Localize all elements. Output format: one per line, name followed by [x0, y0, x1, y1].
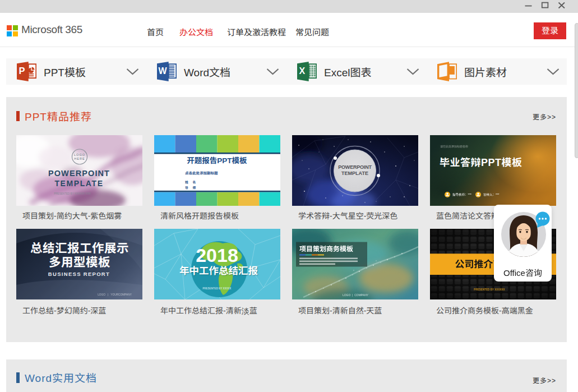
svg-text:HERE: HERE — [74, 157, 85, 160]
svg-text:PRESENTED BY KXXXXX XXX: PRESENTED BY KXXXXX XXX — [54, 192, 91, 195]
svg-text:答辩人：***: 答辩人：*** — [483, 193, 500, 196]
svg-text:毕业答辩PPT模板: 毕业答辩PPT模板 — [440, 157, 522, 168]
svg-text:TEMPLATE: TEMPLATE — [54, 179, 103, 188]
svg-text:指导教师：***: 指导教师：*** — [452, 193, 472, 196]
svg-text:姓 名: 姓 名 — [185, 181, 197, 184]
svg-text:多用型模板: 多用型模板 — [49, 256, 110, 269]
svg-text:P: P — [19, 66, 25, 76]
svg-text:TEMPLATE: TEMPLATE — [341, 170, 368, 176]
svg-text:PRESENTED BY XXXXXX: PRESENTED BY XXXXXX — [474, 288, 505, 291]
svg-text:POWERPOINT: POWERPOINT — [338, 164, 372, 170]
svg-text:2018: 2018 — [196, 245, 238, 266]
svg-text:POWERPOINT: POWERPOINT — [48, 169, 110, 178]
svg-text:W: W — [158, 66, 167, 76]
svg-text:BUSINESS REPORT: BUSINESS REPORT — [48, 271, 110, 277]
svg-text:LOGO: LOGO — [74, 153, 85, 156]
svg-text:导 师: 导 师 — [185, 186, 197, 190]
svg-text:X: X — [299, 66, 305, 76]
svg-text:年中工作总结汇报: 年中工作总结汇报 — [179, 265, 258, 276]
svg-text:项目策划商务模板: 项目策划商务模板 — [299, 245, 353, 253]
svg-text:LOGO | COMPANY: LOGO | COMPANY — [343, 293, 369, 297]
svg-text:LOGO | YOURCOMPANY: LOGO | YOURCOMPANY — [98, 293, 132, 296]
svg-text:请在此处添加标题名称: 请在此处添加标题名称 — [440, 145, 468, 148]
svg-text:总结汇报工作展示: 总结汇报工作展示 — [30, 242, 129, 255]
svg-text:开题报告PPT模板: 开题报告PPT模板 — [187, 156, 247, 165]
svg-text:点击此处添加副标题: 点击此处添加副标题 — [185, 171, 218, 175]
svg-text:PRESENTED BY XXXXX: PRESENTED BY XXXXX — [202, 287, 231, 290]
